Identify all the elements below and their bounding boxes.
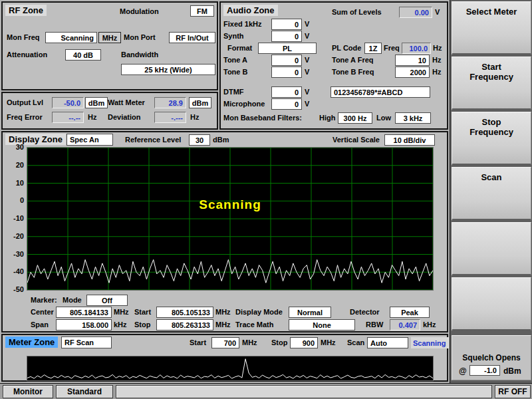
rf-zone-title: RF Zone — [5, 5, 47, 16]
scan-status-text: Scanning — [411, 337, 449, 348]
bandwidth-label: Bandwidth — [121, 51, 158, 59]
spectrum-y-tick: 30 — [3, 143, 24, 151]
softkey-stop-frequency[interactable]: Stop Frequency — [452, 112, 531, 166]
display-zone-panel: Display Zone Spec An Reference Level 30 … — [1, 131, 448, 332]
detector-select[interactable]: Peak — [390, 307, 430, 318]
fixed-1khz-field[interactable]: 0 — [271, 19, 302, 30]
squelch-panel: Squelch Opens @ -1.0 dBm — [452, 335, 531, 380]
span-field[interactable]: 158.000 — [56, 319, 112, 331]
output-lvl-unit-button[interactable]: dBm — [85, 97, 108, 108]
softkey-select-meter[interactable]: Select Meter — [452, 1, 531, 55]
vertical-scale-select[interactable]: 10 dB/div — [384, 134, 435, 146]
center-unit: MHz — [114, 308, 129, 316]
mon-freq-unit-button[interactable]: MHz — [98, 32, 121, 43]
pl-freq-value: 100.0 — [402, 43, 431, 54]
attenuation-field[interactable]: 40 dB — [65, 49, 101, 61]
spectrum-display: Scanning — [27, 147, 434, 291]
scan-stop-field[interactable]: 900 — [290, 337, 318, 348]
dtmf-level-field[interactable]: 0 — [271, 86, 302, 98]
deviation-value: -.--- — [154, 112, 186, 123]
spectrum-y-tick: -40 — [3, 267, 24, 275]
span-label: Span — [31, 321, 49, 329]
scan-mode-select[interactable]: Auto — [367, 337, 408, 348]
tone-b-field[interactable]: 0 — [271, 66, 302, 78]
display-mode-label: Display Mode — [235, 308, 283, 316]
scan-stop-label: Stop — [271, 338, 287, 346]
rbw-label: RBW — [366, 321, 383, 329]
scan-start-label: Start — [190, 338, 206, 346]
softkey-container: Select MeterStart FrequencyStop Frequenc… — [450, 0, 532, 332]
center-freq-field[interactable]: 805.184133 — [56, 307, 112, 318]
marker-mode-select[interactable]: Off — [86, 295, 128, 306]
softkey-blank-4[interactable] — [452, 222, 531, 276]
marker-label: Marker: — [31, 296, 57, 304]
squelch-level-field[interactable]: -1.0 — [469, 365, 500, 376]
spectrum-y-tick: -10 — [3, 214, 24, 222]
tone-a-field[interactable]: 0 — [271, 55, 302, 66]
softkey-scan[interactable]: Scan — [452, 167, 531, 221]
tone-a-freq-field[interactable]: 10 — [395, 55, 430, 66]
pl-code-field[interactable]: 1Z — [364, 43, 382, 54]
scan-start-field[interactable]: 700 — [211, 337, 239, 348]
sum-of-levels-value: 0.00 — [399, 7, 432, 18]
meter-mode-select[interactable]: RF Scan — [61, 336, 112, 348]
reference-level-field[interactable]: 30 — [189, 134, 210, 146]
pl-freq-unit: Hz — [433, 44, 442, 52]
tone-b-unit: V — [305, 68, 309, 76]
rf-off-button[interactable]: RF OFF — [495, 385, 531, 398]
output-lvl-label: Output Lvl — [7, 98, 43, 106]
spectrum-y-tick: 20 — [3, 161, 24, 169]
softkey-rail: Select MeterStart FrequencyStop Frequenc… — [450, 0, 532, 399]
format-label: Format — [227, 44, 252, 52]
bandwidth-select[interactable]: 25 kHz (Wide) — [121, 64, 215, 75]
spectrum-y-tick: -50 — [3, 285, 24, 293]
microphone-field[interactable]: 0 — [271, 98, 302, 110]
tone-a-unit: V — [305, 56, 309, 64]
detector-label: Detector — [350, 308, 380, 316]
synth-field[interactable]: 0 — [271, 31, 302, 42]
tab-monitor[interactable]: Monitor — [3, 385, 53, 398]
display-mode-select-spec-an[interactable]: Spec An — [66, 134, 113, 146]
stop-freq-field[interactable]: 805.263133 — [156, 319, 213, 331]
softkey-blank-5[interactable] — [452, 277, 531, 331]
instrument-screen: RF Zone Modulation FM Mon Freq Scanning … — [0, 0, 532, 399]
audio-zone-panel: Audio Zone Sum of Levels 0.00 V Fixed 1k… — [219, 1, 448, 130]
scanning-overlay-text: Scanning — [27, 198, 433, 212]
start-label: Start — [134, 308, 151, 316]
bottom-bar: Monitor Standard RF OFF — [0, 383, 532, 399]
tone-b-freq-field[interactable]: 2000 — [395, 66, 430, 78]
start-freq-field[interactable]: 805.105133 — [156, 307, 213, 318]
low-filter-select[interactable]: 3 kHz — [395, 112, 431, 124]
trace-math-label: Trace Math — [235, 321, 273, 329]
span-unit: kHz — [114, 321, 127, 329]
tone-b-freq-unit: Hz — [432, 68, 441, 76]
display-mode-select[interactable]: Normal — [289, 307, 331, 318]
dtmf-label: DTMF — [223, 88, 244, 96]
rf-scan-svg — [27, 356, 433, 380]
modulation-select[interactable]: FM — [190, 5, 214, 17]
audio-zone-title: Audio Zone — [223, 5, 278, 16]
tab-standard[interactable]: Standard — [56, 385, 113, 398]
tone-a-freq-label: Tone A Freq — [332, 56, 374, 64]
watt-meter-unit-button[interactable]: dBm — [189, 97, 211, 108]
microphone-label: Microphone — [223, 100, 265, 108]
tone-a-freq-unit: Hz — [432, 56, 441, 64]
attenuation-label: Attenuation — [7, 51, 47, 59]
softkey-start-frequency[interactable]: Start Frequency — [452, 57, 531, 110]
mon-freq-field[interactable]: Scanning — [45, 32, 97, 43]
mon-port-select[interactable]: RF In/Out — [169, 32, 215, 43]
tone-b-freq-label: Tone B Freq — [332, 68, 374, 76]
mon-port-label: Mon Port — [124, 33, 156, 41]
format-select[interactable]: PL — [258, 43, 317, 54]
center-label: Center — [31, 308, 54, 316]
freq-error-unit: Hz — [88, 113, 96, 121]
output-lvl-value: -50.0 — [52, 97, 84, 108]
rbw-unit: kHz — [423, 321, 436, 329]
synth-unit: V — [305, 32, 309, 40]
trace-math-select[interactable]: None — [289, 319, 355, 331]
spectrum-y-axis: 3020100-10-20-30-40-50 — [3, 132, 25, 305]
squelch-unit: dBm — [503, 366, 521, 376]
dtmf-string-field[interactable]: 0123456789*#ABCD — [331, 86, 430, 98]
reference-level-label: Reference Level — [125, 136, 181, 144]
high-filter-select[interactable]: 300 Hz — [338, 112, 372, 124]
